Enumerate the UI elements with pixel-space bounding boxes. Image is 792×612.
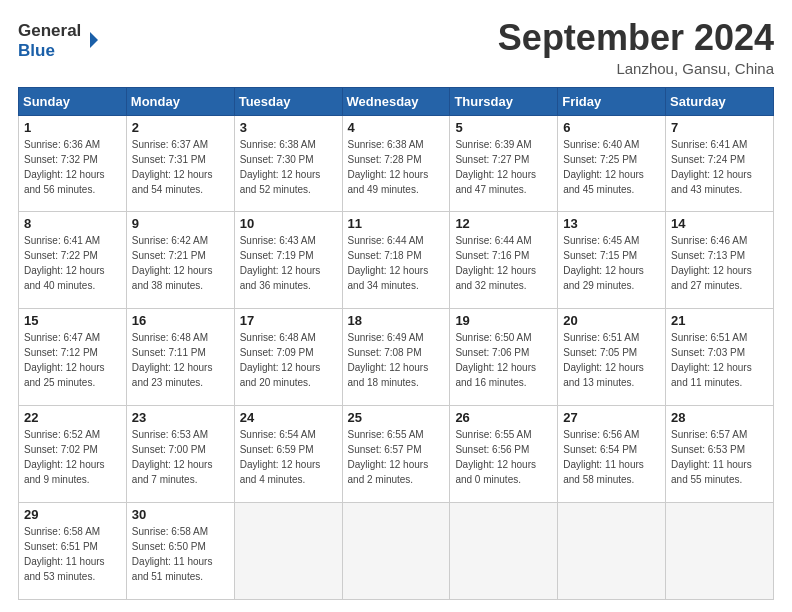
svg-text:Blue: Blue xyxy=(18,41,55,60)
day-number: 5 xyxy=(455,120,552,135)
calendar-day-cell xyxy=(234,503,342,600)
day-info: Sunrise: 6:51 AMSunset: 7:03 PMDaylight:… xyxy=(671,330,768,390)
calendar-day-cell: 17Sunrise: 6:48 AMSunset: 7:09 PMDayligh… xyxy=(234,309,342,406)
day-number: 8 xyxy=(24,216,121,231)
day-number: 1 xyxy=(24,120,121,135)
day-info: Sunrise: 6:46 AMSunset: 7:13 PMDaylight:… xyxy=(671,233,768,293)
day-of-week-header: Monday xyxy=(126,87,234,115)
calendar-day-cell: 5Sunrise: 6:39 AMSunset: 7:27 PMDaylight… xyxy=(450,115,558,212)
day-number: 18 xyxy=(348,313,445,328)
day-number: 9 xyxy=(132,216,229,231)
day-number: 12 xyxy=(455,216,552,231)
calendar-day-cell: 6Sunrise: 6:40 AMSunset: 7:25 PMDaylight… xyxy=(558,115,666,212)
calendar-day-cell: 15Sunrise: 6:47 AMSunset: 7:12 PMDayligh… xyxy=(19,309,127,406)
day-number: 6 xyxy=(563,120,660,135)
day-info: Sunrise: 6:41 AMSunset: 7:24 PMDaylight:… xyxy=(671,137,768,197)
day-info: Sunrise: 6:40 AMSunset: 7:25 PMDaylight:… xyxy=(563,137,660,197)
day-of-week-header: Sunday xyxy=(19,87,127,115)
day-number: 25 xyxy=(348,410,445,425)
day-of-week-header: Tuesday xyxy=(234,87,342,115)
location: Lanzhou, Gansu, China xyxy=(498,60,774,77)
calendar-day-cell: 16Sunrise: 6:48 AMSunset: 7:11 PMDayligh… xyxy=(126,309,234,406)
svg-marker-2 xyxy=(90,32,98,48)
logo: GeneralBlue xyxy=(18,18,98,60)
page: GeneralBlue September 2024 Lanzhou, Gans… xyxy=(0,0,792,612)
day-number: 7 xyxy=(671,120,768,135)
day-info: Sunrise: 6:39 AMSunset: 7:27 PMDaylight:… xyxy=(455,137,552,197)
calendar-day-cell: 23Sunrise: 6:53 AMSunset: 7:00 PMDayligh… xyxy=(126,406,234,503)
calendar-day-cell: 20Sunrise: 6:51 AMSunset: 7:05 PMDayligh… xyxy=(558,309,666,406)
calendar-day-cell: 7Sunrise: 6:41 AMSunset: 7:24 PMDaylight… xyxy=(666,115,774,212)
day-info: Sunrise: 6:44 AMSunset: 7:18 PMDaylight:… xyxy=(348,233,445,293)
day-info: Sunrise: 6:57 AMSunset: 6:53 PMDaylight:… xyxy=(671,427,768,487)
day-info: Sunrise: 6:38 AMSunset: 7:28 PMDaylight:… xyxy=(348,137,445,197)
day-number: 16 xyxy=(132,313,229,328)
day-info: Sunrise: 6:53 AMSunset: 7:00 PMDaylight:… xyxy=(132,427,229,487)
day-info: Sunrise: 6:58 AMSunset: 6:51 PMDaylight:… xyxy=(24,524,121,584)
day-info: Sunrise: 6:58 AMSunset: 6:50 PMDaylight:… xyxy=(132,524,229,584)
day-number: 27 xyxy=(563,410,660,425)
day-info: Sunrise: 6:55 AMSunset: 6:57 PMDaylight:… xyxy=(348,427,445,487)
day-number: 10 xyxy=(240,216,337,231)
calendar-day-cell: 22Sunrise: 6:52 AMSunset: 7:02 PMDayligh… xyxy=(19,406,127,503)
calendar-day-cell: 10Sunrise: 6:43 AMSunset: 7:19 PMDayligh… xyxy=(234,212,342,309)
day-number: 30 xyxy=(132,507,229,522)
day-info: Sunrise: 6:56 AMSunset: 6:54 PMDaylight:… xyxy=(563,427,660,487)
day-info: Sunrise: 6:44 AMSunset: 7:16 PMDaylight:… xyxy=(455,233,552,293)
calendar-day-cell: 4Sunrise: 6:38 AMSunset: 7:28 PMDaylight… xyxy=(342,115,450,212)
day-of-week-header: Wednesday xyxy=(342,87,450,115)
day-number: 20 xyxy=(563,313,660,328)
day-of-week-header: Saturday xyxy=(666,87,774,115)
calendar-header-row: SundayMondayTuesdayWednesdayThursdayFrid… xyxy=(19,87,774,115)
month-title: September 2024 xyxy=(498,18,774,58)
day-info: Sunrise: 6:48 AMSunset: 7:09 PMDaylight:… xyxy=(240,330,337,390)
calendar-day-cell: 25Sunrise: 6:55 AMSunset: 6:57 PMDayligh… xyxy=(342,406,450,503)
calendar-week-row: 22Sunrise: 6:52 AMSunset: 7:02 PMDayligh… xyxy=(19,406,774,503)
day-info: Sunrise: 6:41 AMSunset: 7:22 PMDaylight:… xyxy=(24,233,121,293)
day-number: 3 xyxy=(240,120,337,135)
day-number: 17 xyxy=(240,313,337,328)
day-info: Sunrise: 6:38 AMSunset: 7:30 PMDaylight:… xyxy=(240,137,337,197)
calendar-day-cell: 26Sunrise: 6:55 AMSunset: 6:56 PMDayligh… xyxy=(450,406,558,503)
calendar-day-cell: 27Sunrise: 6:56 AMSunset: 6:54 PMDayligh… xyxy=(558,406,666,503)
calendar-day-cell: 9Sunrise: 6:42 AMSunset: 7:21 PMDaylight… xyxy=(126,212,234,309)
day-number: 13 xyxy=(563,216,660,231)
calendar-day-cell: 19Sunrise: 6:50 AMSunset: 7:06 PMDayligh… xyxy=(450,309,558,406)
day-info: Sunrise: 6:43 AMSunset: 7:19 PMDaylight:… xyxy=(240,233,337,293)
header: GeneralBlue September 2024 Lanzhou, Gans… xyxy=(18,18,774,77)
day-number: 29 xyxy=(24,507,121,522)
calendar-day-cell: 8Sunrise: 6:41 AMSunset: 7:22 PMDaylight… xyxy=(19,212,127,309)
calendar-table: SundayMondayTuesdayWednesdayThursdayFrid… xyxy=(18,87,774,600)
day-info: Sunrise: 6:49 AMSunset: 7:08 PMDaylight:… xyxy=(348,330,445,390)
day-number: 2 xyxy=(132,120,229,135)
calendar-day-cell: 21Sunrise: 6:51 AMSunset: 7:03 PMDayligh… xyxy=(666,309,774,406)
calendar-day-cell: 3Sunrise: 6:38 AMSunset: 7:30 PMDaylight… xyxy=(234,115,342,212)
day-number: 19 xyxy=(455,313,552,328)
day-info: Sunrise: 6:42 AMSunset: 7:21 PMDaylight:… xyxy=(132,233,229,293)
day-number: 15 xyxy=(24,313,121,328)
day-info: Sunrise: 6:48 AMSunset: 7:11 PMDaylight:… xyxy=(132,330,229,390)
calendar-day-cell: 29Sunrise: 6:58 AMSunset: 6:51 PMDayligh… xyxy=(19,503,127,600)
calendar-day-cell xyxy=(342,503,450,600)
day-info: Sunrise: 6:37 AMSunset: 7:31 PMDaylight:… xyxy=(132,137,229,197)
day-info: Sunrise: 6:47 AMSunset: 7:12 PMDaylight:… xyxy=(24,330,121,390)
day-info: Sunrise: 6:52 AMSunset: 7:02 PMDaylight:… xyxy=(24,427,121,487)
calendar-week-row: 1Sunrise: 6:36 AMSunset: 7:32 PMDaylight… xyxy=(19,115,774,212)
calendar-week-row: 8Sunrise: 6:41 AMSunset: 7:22 PMDaylight… xyxy=(19,212,774,309)
day-number: 14 xyxy=(671,216,768,231)
day-number: 26 xyxy=(455,410,552,425)
day-info: Sunrise: 6:54 AMSunset: 6:59 PMDaylight:… xyxy=(240,427,337,487)
svg-text:General: General xyxy=(18,21,81,40)
calendar-day-cell xyxy=(666,503,774,600)
calendar-week-row: 29Sunrise: 6:58 AMSunset: 6:51 PMDayligh… xyxy=(19,503,774,600)
day-of-week-header: Thursday xyxy=(450,87,558,115)
calendar-day-cell: 2Sunrise: 6:37 AMSunset: 7:31 PMDaylight… xyxy=(126,115,234,212)
calendar-week-row: 15Sunrise: 6:47 AMSunset: 7:12 PMDayligh… xyxy=(19,309,774,406)
day-info: Sunrise: 6:51 AMSunset: 7:05 PMDaylight:… xyxy=(563,330,660,390)
day-info: Sunrise: 6:55 AMSunset: 6:56 PMDaylight:… xyxy=(455,427,552,487)
day-info: Sunrise: 6:36 AMSunset: 7:32 PMDaylight:… xyxy=(24,137,121,197)
logo-svg: GeneralBlue xyxy=(18,18,98,60)
calendar-day-cell: 18Sunrise: 6:49 AMSunset: 7:08 PMDayligh… xyxy=(342,309,450,406)
day-of-week-header: Friday xyxy=(558,87,666,115)
day-number: 28 xyxy=(671,410,768,425)
